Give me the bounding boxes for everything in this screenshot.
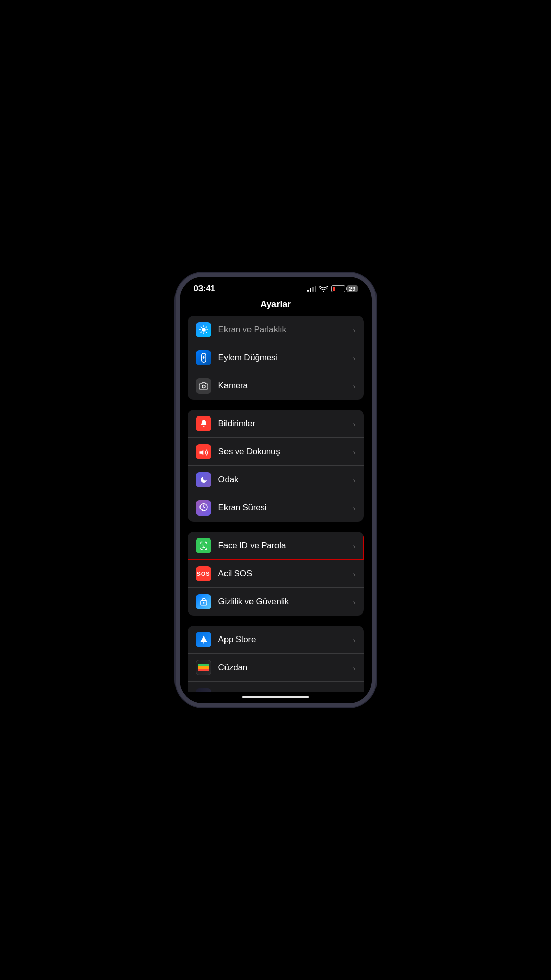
battery-display: 29 (331, 285, 357, 292)
privacy-icon (196, 594, 211, 609)
svg-point-16 (204, 545, 205, 546)
brightness-icon (196, 322, 211, 337)
settings-row-gizlilik[interactable]: Gizlilik ve Güvenlik › (188, 588, 364, 616)
settings-row-game-center[interactable]: Game Center › (188, 682, 364, 692)
settings-row-face-id[interactable]: Face ID ve Parola › (188, 532, 364, 560)
settings-row-odak[interactable]: Odak › (188, 466, 364, 494)
status-time: 03:41 (194, 284, 215, 294)
chevron-icon: › (353, 326, 356, 334)
row-label-face-id: Face ID ve Parola (218, 541, 349, 551)
chevron-icon: › (353, 420, 356, 428)
notifications-icon (196, 416, 211, 431)
row-label-odak: Odak (218, 475, 349, 485)
sounds-icon (196, 444, 211, 459)
wallet-icon-inner (198, 664, 209, 672)
screentime-icon: ⧗ (196, 500, 211, 516)
chevron-icon: › (353, 635, 356, 644)
settings-row-kamera[interactable]: Kamera › (188, 372, 364, 400)
camera-icon (196, 378, 211, 394)
svg-point-0 (202, 328, 206, 332)
svg-marker-11 (199, 450, 203, 455)
page-title: Ayarlar (260, 299, 290, 309)
settings-row-ekran-parlaklik[interactable]: Ekran ve Parlaklık › (188, 316, 364, 344)
sos-text: SOS (196, 571, 210, 577)
status-bar: 03:41 🔔 29 (180, 277, 372, 297)
chevron-icon: › (353, 354, 356, 362)
nav-title-bar: Ayarlar (180, 297, 372, 316)
row-label-gizlilik: Gizlilik ve Güvenlik (218, 597, 349, 607)
settings-row-cuzdan[interactable]: Cüzdan › (188, 654, 364, 682)
row-label-app-store: App Store (218, 634, 349, 645)
security-group: Face ID ve Parola › SOS Acil SOS › (188, 532, 364, 616)
row-label-acil-sos: Acil SOS (218, 569, 349, 579)
display-group: Ekran ve Parlaklık › Eylem Düğmesi › (188, 316, 364, 400)
phone-frame: 03:41 🔔 29 (176, 273, 376, 707)
battery-fill (333, 287, 335, 291)
chevron-icon: › (353, 448, 356, 456)
focus-icon (196, 472, 211, 487)
svg-line-8 (206, 327, 207, 328)
svg-point-10 (202, 385, 205, 388)
battery-percent: 29 (347, 285, 357, 292)
row-label-ekran-parlaklik: Ekran ve Parlaklık (218, 325, 349, 335)
svg-line-7 (201, 332, 202, 333)
settings-row-bildirimler[interactable]: Bildirimler › (188, 410, 364, 438)
settings-row-app-store[interactable]: App Store › (188, 626, 364, 654)
wallet-icon (196, 660, 211, 675)
chevron-icon: › (353, 664, 356, 672)
row-label-kamera: Kamera (218, 381, 349, 391)
chevron-icon: › (353, 570, 356, 578)
chevron-icon: › (353, 598, 356, 606)
home-indicator (180, 692, 372, 703)
services-group: App Store › Cüzdan › (188, 626, 364, 692)
wallet-stripe-3 (198, 669, 209, 671)
settings-row-ekran-suresi[interactable]: ⧗ Ekran Süresi › (188, 494, 364, 522)
faceid-icon (196, 538, 211, 553)
svg-line-13 (204, 507, 205, 508)
settings-row-acil-sos[interactable]: SOS Acil SOS › (188, 560, 364, 588)
settings-scroll[interactable]: Ekran ve Parlaklık › Eylem Düğmesi › (180, 316, 372, 692)
row-label-ekran-suresi: Ekran Süresi (218, 503, 349, 513)
settings-row-ses-dokunush[interactable]: Ses ve Dokunuş › (188, 438, 364, 466)
svg-point-15 (202, 545, 203, 546)
battery-icon (331, 285, 345, 292)
wifi-icon (319, 286, 328, 292)
signal-bars (307, 286, 316, 292)
chevron-icon: › (353, 476, 356, 484)
appstore-icon (196, 632, 211, 647)
screen: 03:41 🔔 29 (180, 277, 372, 703)
svg-text:⧗: ⧗ (201, 509, 204, 512)
row-label-bildirimler: Bildirimler (218, 419, 349, 429)
gamecenter-icon (196, 688, 211, 692)
chevron-icon: › (353, 504, 356, 512)
svg-line-4 (206, 332, 207, 333)
chevron-icon: › (353, 542, 356, 550)
row-label-cuzdan: Cüzdan (218, 663, 349, 673)
notifications-group: Bildirimler › Ses ve Dokunuş › (188, 410, 364, 522)
svg-line-3 (201, 327, 202, 328)
chevron-icon: › (353, 692, 356, 692)
row-label-eylem-dugmesi: Eylem Düğmesi (218, 353, 349, 363)
row-label-game-center: Game Center (218, 691, 349, 692)
svg-point-18 (203, 602, 204, 604)
sos-icon: SOS (196, 566, 211, 581)
settings-row-eylem-dugmesi[interactable]: Eylem Düğmesi › (188, 344, 364, 372)
dynamic-island (245, 282, 306, 299)
row-label-ses-dokunush: Ses ve Dokunuş (218, 447, 349, 457)
home-bar (242, 696, 309, 698)
action-button-icon (196, 350, 211, 365)
chevron-icon: › (353, 382, 356, 390)
